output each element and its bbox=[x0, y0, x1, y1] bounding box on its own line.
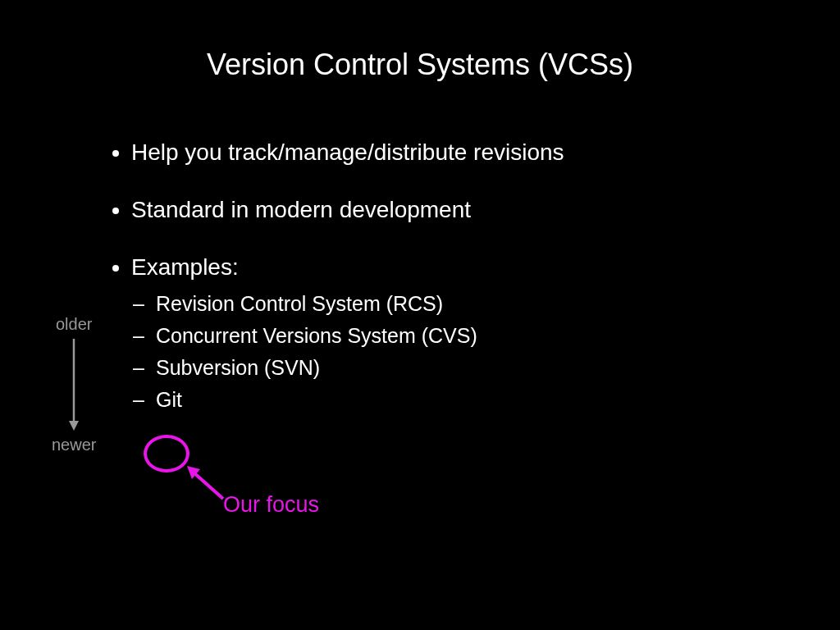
bullet-item-label: Examples: bbox=[131, 254, 239, 280]
git-highlight-circle bbox=[144, 435, 189, 472]
example-item-git: Git bbox=[156, 388, 755, 412]
slide-content: Help you track/manage/distribute revisio… bbox=[98, 139, 755, 423]
arrow-down-icon bbox=[67, 339, 80, 431]
timeline-label-older: older bbox=[56, 315, 92, 334]
bullet-item: Standard in modern development bbox=[131, 197, 755, 223]
slide-title: Version Control Systems (VCSs) bbox=[0, 0, 840, 82]
timeline-label-newer: newer bbox=[52, 436, 96, 454]
example-item: Concurrent Versions System (CVS) bbox=[156, 324, 755, 348]
example-item: Revision Control System (RCS) bbox=[156, 292, 755, 316]
main-bullet-list: Help you track/manage/distribute revisio… bbox=[98, 139, 755, 412]
bullet-item: Help you track/manage/distribute revisio… bbox=[131, 139, 755, 166]
bullet-item-examples: Examples: Revision Control System (RCS) … bbox=[131, 254, 755, 412]
svg-line-2 bbox=[194, 472, 223, 499]
examples-sub-list: Revision Control System (RCS) Concurrent… bbox=[131, 292, 755, 412]
example-item: Subversion (SVN) bbox=[156, 356, 755, 380]
callout-text: Our focus bbox=[223, 492, 319, 518]
svg-marker-1 bbox=[69, 421, 79, 431]
svg-marker-3 bbox=[187, 466, 200, 479]
timeline-indicator: older newer bbox=[52, 315, 96, 454]
callout-arrow-icon bbox=[184, 463, 228, 504]
